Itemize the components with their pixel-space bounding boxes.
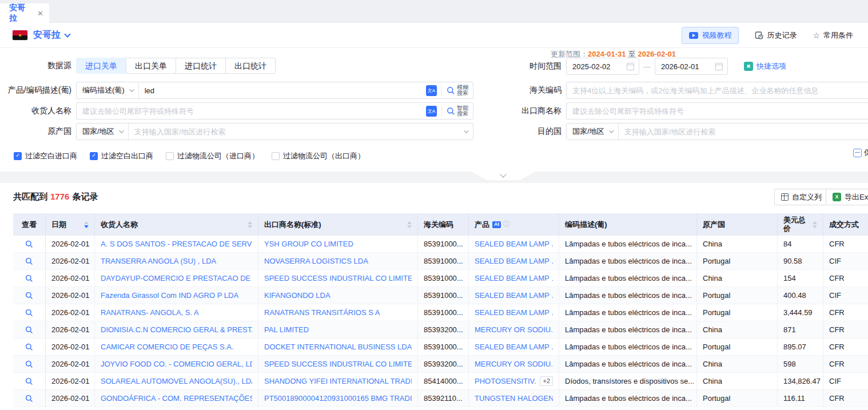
collapse-filter-handle[interactable] [471,172,535,180]
translate-icon[interactable]: 文A [426,106,437,117]
filter-checkbox-logistics-importer[interactable]: 过滤物流公司（进口商） [166,151,259,161]
product-link[interactable]: SEALED BEAM LAMP ... [475,291,553,300]
col-header-usd-total[interactable]: 美元总价 [778,213,823,236]
view-record-button[interactable] [25,377,33,385]
exporter-link[interactable]: SHANDONG YIFEI INTERNATIONAL TRADIN... [264,377,412,385]
exporter-link[interactable]: DOCKET INTERNATIONAL BUSINESS LDA [264,343,412,351]
sort-icon[interactable] [809,221,817,228]
exporter-link[interactable]: NOVASERRA LOGISTICS LDA [264,257,368,265]
consignee-link[interactable]: TRANSERRA ANGOLA (SU) , LDA [101,257,216,265]
consignee-link[interactable]: A. S DOS SANTOS - PRESTACAO DE SERVIC... [101,240,252,248]
exporter-link[interactable]: PAL LIMITED [264,325,309,334]
view-record-button[interactable] [25,292,33,300]
exporter-cell: KIFANGONDO LDA [258,287,418,304]
exporter-cell: PT50018900004120931000165 BMG TRADI... [258,390,418,407]
date-cell: 2026-02-01 [46,356,95,373]
quick-options-button[interactable]: ✖ 快捷选项 [744,61,786,71]
product-link[interactable]: MERCURY OR SODIU... [475,325,553,334]
hs-code-input[interactable] [567,82,868,98]
product-link[interactable]: PHOTOSENSITIV... [475,377,536,385]
consignee-link[interactable]: GONDOÁFRICA - COM. REPRESENTAÇÕES ... [101,394,252,403]
date-cell: 2026-02-01 [46,339,95,356]
view-record-button[interactable] [25,257,33,265]
chevron-down-icon[interactable] [64,31,70,37]
consignee-link[interactable]: JOYVIO FOOD CO. - COMERCIO GERAL, LDA [101,360,252,368]
usd-total-cell: 400.48 [778,287,823,304]
translate-icon[interactable]: 文A [426,85,437,96]
filter-checkbox-blank-importer[interactable]: 过滤空白进口商 [14,151,77,161]
view-record-button[interactable] [25,309,33,317]
consignee-link[interactable]: SOLAREAL AUTOMOVEL ANGOLA(SU)., LDA [101,377,252,385]
view-record-button[interactable] [25,343,33,351]
product-more-badge[interactable]: +2 [540,376,553,386]
exporter-link[interactable]: YSH GROUP CO LIMITED [264,240,353,248]
col-header-consignee[interactable]: 收货人名称 [95,213,258,236]
exporter-link[interactable]: RANATRANS TRANSITÁRIOS S A [264,308,380,317]
sort-icon[interactable] [404,221,412,228]
view-record-button[interactable] [25,326,33,334]
results-count: 共匹配到1776条记录 [13,192,98,202]
save-condition-button[interactable]: 保存条件 [853,148,868,158]
sort-icon[interactable] [81,221,89,228]
consignee-link[interactable]: DIONISIA.C.N COMERCIO GERAL & PRESTA... [101,325,252,334]
table-header: 查看 日期 收货人名称 出口商名称(标准) 海关编码 产品 AI ⓘ [13,213,868,236]
tab-export-declarations[interactable]: 出口关单 [126,58,176,74]
col-header-incoterm: 成交方式 [823,213,868,236]
consignee-input[interactable] [77,103,426,119]
exporter-link[interactable]: SPEED SUCCESS INDUSTRIAL CO LIMITED [264,360,412,368]
hs-code-cell: 85392110... [418,390,469,407]
product-link[interactable]: SEALED BEAM LAMP ... [475,274,553,282]
consignee-link[interactable]: DAYDAYUP-COMERCIO E PRESTACAO DE S... [101,274,252,282]
end-date-input[interactable]: 2026-02-01 [655,58,728,75]
col-header-date[interactable]: 日期 [46,213,95,236]
consignee-link[interactable]: Fazenda Girassol Com IND AGRO P LDA [101,291,238,300]
view-cell [13,236,46,253]
consignee-link[interactable]: RANATRANS- ANGOLA, S. A [101,308,199,317]
product-link[interactable]: SEALED BEAM LAMP ... [475,343,553,351]
origin-mode-select[interactable]: 国家/地区 [77,124,129,140]
smart-search-button[interactable]: 智能搜索 [442,105,473,117]
tab-import-statistics[interactable]: 进口统计 [176,58,226,74]
product-link[interactable]: MERCURY OR SODIU... [475,360,553,368]
sort-icon[interactable] [244,221,252,228]
product-mode-select[interactable]: 编码描述(葡) [77,82,139,98]
view-record-button[interactable] [25,360,33,368]
origin-input[interactable] [129,124,464,140]
origin-row: 原产国 国家/地区 [0,123,473,140]
product-link[interactable]: SEALED BEAM LAMP ... [475,240,553,248]
origin-country-cell: Portugal [697,287,778,304]
view-record-button[interactable] [25,274,33,282]
close-icon[interactable]: ✕ [37,9,43,18]
view-record-button[interactable] [25,240,33,248]
fuzzy-search-button[interactable]: 模糊搜索 [442,85,473,96]
exporter-link[interactable]: SPEED SUCCESS INDUSTRIAL CO LIMITED [264,274,412,282]
tab-import-declarations[interactable]: 进口关单 [76,58,126,74]
filter-checkbox-logistics-exporter[interactable]: 过滤物流公司（出口商） [272,151,365,161]
update-range-start: 2024-01-31 [588,50,626,58]
favorites-button[interactable]: ☆ 常用条件 [813,30,853,41]
video-tutorial-button[interactable]: 视频教程 [682,27,739,44]
col-header-exporter[interactable]: 出口商名称(标准) [258,213,418,236]
product-link[interactable]: SEALED BEAM LAMP ... [475,308,553,317]
tab-export-statistics[interactable]: 出口统计 [225,58,276,74]
tab-angola[interactable]: 安哥拉 ✕ [0,3,49,23]
product-search-input[interactable] [139,82,426,98]
start-date-input[interactable]: 2025-02-02 [566,58,639,75]
consignee-link[interactable]: CAMICAR COMERCIO DE PEÇAS S.A. [101,343,234,351]
country-name[interactable]: 安哥拉 [33,29,61,41]
clipboard-icon [853,149,862,157]
history-button[interactable]: 历史记录 [755,30,797,41]
info-icon[interactable]: ⓘ [503,220,510,229]
view-record-button[interactable] [25,395,33,403]
destination-input[interactable] [619,124,868,140]
destination-mode-select[interactable]: 国家/地区 [567,124,619,140]
usd-total-cell: 154 [778,270,823,287]
exporter-input[interactable] [567,103,868,119]
export-excel-button[interactable]: X 导出Exc [826,189,868,205]
filter-checkbox-blank-exporter[interactable]: 过滤空白出口商 [90,151,153,161]
exporter-link[interactable]: KIFANGONDO LDA [264,291,331,300]
product-link[interactable]: SEALED BEAM LAMP ... [475,257,553,265]
customize-columns-button[interactable]: 自定义列 [774,189,829,205]
product-link[interactable]: TUNGSTEN HALOGEN... [475,394,553,403]
exporter-link[interactable]: PT50018900004120931000165 BMG TRADI... [264,394,412,403]
